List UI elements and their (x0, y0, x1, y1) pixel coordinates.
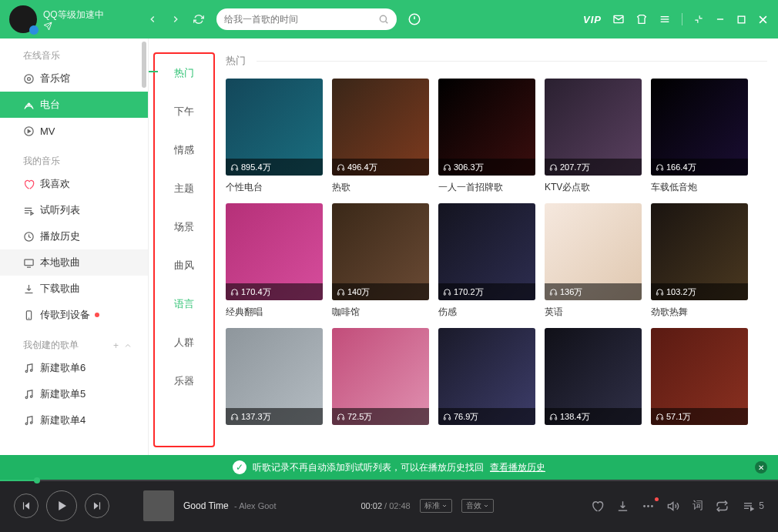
station-card[interactable]: 76.9万 (438, 328, 535, 430)
svg-rect-37 (444, 168, 445, 170)
track-artwork[interactable] (143, 490, 174, 521)
sidebar-item-music-hall[interactable]: 音乐馆 (0, 65, 148, 92)
category-item[interactable]: 语言 (155, 285, 213, 323)
avatar[interactable] (9, 5, 37, 33)
search-input[interactable] (224, 14, 378, 25)
queue-button[interactable]: 5 (743, 500, 764, 512)
next-button[interactable] (85, 494, 109, 518)
menu-icon[interactable] (659, 13, 671, 25)
more-button[interactable] (642, 500, 655, 513)
progress-track[interactable] (0, 480, 778, 481)
station-card[interactable]: 103.2万劲歌热舞 (651, 203, 748, 319)
play-count: 103.2万 (651, 283, 748, 300)
station-card[interactable]: 895.4万个性电台 (226, 79, 323, 194)
effect-pill[interactable]: 音效 (461, 499, 494, 513)
scrollbar[interactable] (142, 42, 146, 88)
nav-back-button[interactable] (147, 14, 158, 25)
svg-marker-20 (31, 212, 33, 215)
maximize-icon[interactable] (736, 15, 746, 25)
banner-link[interactable]: 查看播放历史 (490, 461, 545, 474)
headphone-icon (337, 288, 345, 296)
sidebar-item-history[interactable]: 播放历史 (0, 223, 148, 249)
lyrics-button[interactable]: 词 (692, 499, 703, 513)
station-card[interactable]: 57.1万 (651, 328, 748, 430)
svg-rect-38 (449, 168, 451, 170)
sidebar-playlist-item[interactable]: 新建歌单6 (0, 355, 148, 381)
svg-point-71 (651, 505, 653, 507)
sidebar-item-downloads[interactable]: 下载歌曲 (0, 276, 148, 302)
station-card[interactable]: 170.2万伤感 (438, 203, 535, 319)
station-card[interactable]: 140万咖啡馆 (332, 203, 429, 319)
station-card[interactable]: 137.3万 (226, 328, 323, 430)
station-card[interactable]: 136万英语 (545, 203, 642, 319)
category-item[interactable]: 场景 (155, 208, 213, 246)
svg-rect-51 (656, 293, 658, 295)
svg-rect-36 (343, 168, 344, 170)
category-item[interactable]: 下午 (155, 92, 213, 131)
sidebar-item-mv[interactable]: MV (0, 118, 148, 144)
svg-rect-35 (337, 168, 339, 170)
category-item[interactable]: 主题 (155, 169, 213, 208)
banner-close-button[interactable]: ✕ (755, 461, 767, 473)
sidebar-playlist-item[interactable]: 新建歌单4 (0, 407, 148, 433)
category-item[interactable]: 乐器 (155, 362, 213, 400)
play-count: 57.1万 (651, 408, 748, 425)
svg-rect-56 (343, 417, 344, 420)
category-list: 热门 下午 情感 主题 场景 曲风 语言 人群 乐器 (153, 52, 215, 447)
card-label: 一人一首招牌歌 (438, 181, 535, 194)
category-item[interactable]: 人群 (155, 323, 213, 362)
card-thumbnail: 166.4万 (651, 79, 748, 176)
play-count: 306.3万 (438, 159, 535, 176)
sidebar-playlist-item[interactable]: 新建歌单5 (0, 381, 148, 407)
like-button[interactable] (591, 500, 604, 513)
station-card[interactable]: 170.4万经典翻唱 (226, 203, 323, 319)
svg-rect-53 (231, 417, 233, 420)
recognize-button[interactable] (407, 12, 421, 26)
sidebar-item-local[interactable]: 本地歌曲 (0, 249, 148, 276)
track-info[interactable]: Good Time - Alex Goot (183, 500, 276, 511)
user-status: QQ等级加速中 (43, 8, 107, 31)
headphone-icon (656, 413, 664, 421)
svg-point-13 (28, 77, 31, 80)
card-thumbnail: 140万 (332, 203, 429, 300)
play-button[interactable] (46, 490, 77, 521)
svg-rect-49 (550, 293, 552, 295)
add-playlist-button[interactable]: + (113, 340, 119, 351)
search-box[interactable] (216, 8, 397, 30)
category-item[interactable]: 热门 (155, 54, 213, 92)
station-card[interactable]: 306.3万一人一首招牌歌 (438, 79, 535, 194)
sidebar-item-radio[interactable]: 电台 (0, 92, 148, 118)
vip-label[interactable]: VIP (583, 14, 602, 25)
play-count: 496.4万 (332, 159, 429, 176)
category-item[interactable]: 情感 (155, 131, 213, 169)
svg-rect-33 (231, 168, 233, 170)
category-marker (149, 71, 158, 72)
sidebar-item-trial-listen[interactable]: 试听列表 (0, 197, 148, 223)
station-card[interactable]: 138.4万 (545, 328, 642, 430)
station-card[interactable]: 166.4万车载低音炮 (651, 79, 748, 194)
prev-button[interactable] (14, 494, 39, 518)
close-icon[interactable] (757, 14, 769, 25)
station-card[interactable]: 72.5万 (332, 328, 429, 430)
station-card[interactable]: 496.4万热歌 (332, 79, 429, 194)
mail-icon[interactable] (612, 13, 625, 25)
refresh-button[interactable] (193, 14, 204, 25)
shirt-icon[interactable] (635, 13, 648, 25)
card-thumbnail: 170.2万 (438, 203, 535, 300)
quality-pill[interactable]: 标准 (420, 499, 452, 513)
sidebar-item-favorites[interactable]: 我喜欢 (0, 171, 148, 197)
category-item[interactable]: 曲风 (155, 246, 213, 285)
search-icon[interactable] (378, 14, 389, 25)
svg-marker-65 (59, 501, 66, 510)
play-count: 166.4万 (651, 159, 748, 176)
volume-button[interactable] (667, 500, 680, 513)
svg-point-28 (30, 369, 32, 371)
station-card[interactable]: 207.7万KTV必点歌 (545, 79, 642, 194)
sidebar-item-transfer[interactable]: 传歌到设备 (0, 302, 148, 328)
nav-forward-button[interactable] (170, 14, 181, 25)
collapse-playlists-button[interactable] (123, 341, 132, 350)
mini-mode-icon[interactable] (693, 14, 704, 25)
minimize-icon[interactable] (715, 14, 726, 25)
loop-button[interactable] (716, 500, 729, 513)
download-button[interactable] (616, 500, 629, 513)
